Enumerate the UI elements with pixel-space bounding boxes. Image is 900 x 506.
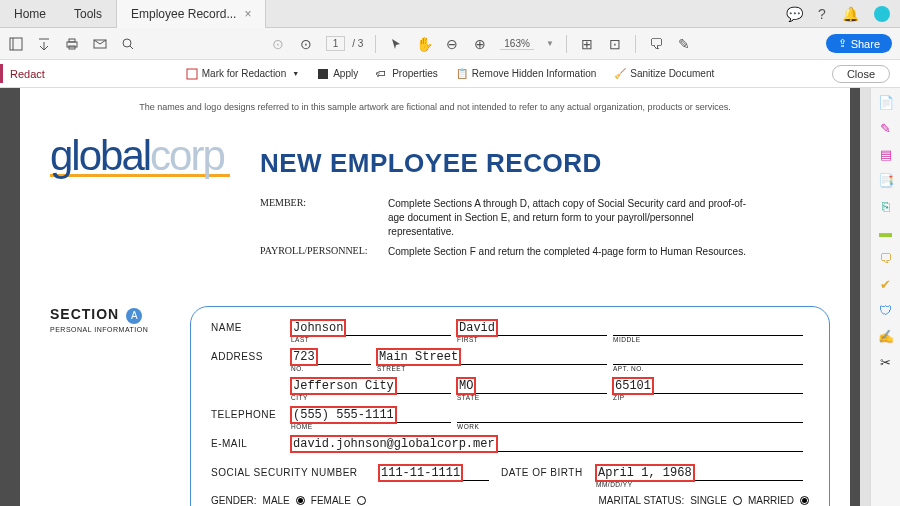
sidebar-icon[interactable]	[8, 36, 24, 52]
radio-male[interactable]	[296, 496, 305, 505]
member-label: MEMBER:	[260, 197, 388, 239]
dob-field[interactable]: April 1, 1968	[596, 465, 694, 481]
more-tools-icon[interactable]: ✂	[878, 354, 894, 370]
radio-female[interactable]	[357, 496, 366, 505]
props-icon: 🏷	[376, 68, 388, 80]
svg-rect-3	[69, 39, 75, 42]
redact-tool-icon[interactable]: ✍	[878, 328, 894, 344]
ssn-label: SOCIAL SECURITY NUMBER	[211, 467, 379, 481]
addr-no-field[interactable]: 723	[291, 349, 317, 365]
addr-street-field[interactable]: Main Street	[377, 349, 460, 365]
first-name-field[interactable]: David	[457, 320, 497, 336]
hand-icon[interactable]: ✋	[416, 36, 432, 52]
addr-zip-field[interactable]: 65101	[613, 378, 653, 394]
properties-button[interactable]: 🏷Properties	[376, 68, 438, 80]
organize-icon[interactable]: 📑	[878, 172, 894, 188]
top-tab-bar: Home Tools Employee Record... × 💬 ? 🔔	[0, 0, 900, 28]
name-label: NAME	[211, 322, 291, 336]
address-label: ADDRESS	[211, 351, 291, 365]
member-text: Complete Sections A through D, attach co…	[388, 197, 748, 239]
tab-document[interactable]: Employee Record... ×	[116, 0, 266, 28]
company-logo: globalcorp	[50, 132, 230, 180]
page-indicator: 1 / 3	[326, 38, 363, 49]
comment-tool-icon[interactable]: ▬	[878, 224, 894, 240]
share-label: Share	[851, 38, 880, 50]
mark-redaction-button[interactable]: Mark for Redaction▼	[186, 68, 299, 80]
section-header: SECTION A PERSONAL INFORMATION	[50, 306, 148, 333]
addr-city-field[interactable]: Jefferson City	[291, 378, 396, 394]
page-up-icon[interactable]: ⊙	[270, 36, 286, 52]
print-icon[interactable]	[64, 36, 80, 52]
phone-home-field[interactable]: (555) 555-1111	[291, 407, 396, 423]
page-current[interactable]: 1	[326, 36, 346, 51]
gender-label: GENDER:	[211, 495, 257, 506]
zoom-level[interactable]: 163%	[500, 38, 534, 50]
sanitize-button[interactable]: 🧹Sanitize Document	[614, 68, 714, 80]
zoom-out-icon[interactable]: ⊖	[444, 36, 460, 52]
scrollbar[interactable]	[860, 88, 870, 506]
chat-icon[interactable]: 💬	[780, 6, 808, 22]
mark-icon	[186, 68, 198, 80]
right-tools-rail: 📄 ✎ ▤ 📑 ⎘ ▬ 🗨 ✔ 🛡 ✍ ✂	[870, 88, 900, 506]
svg-point-6	[123, 39, 131, 47]
hidden-icon: 📋	[456, 68, 468, 80]
create-pdf-icon[interactable]: 📄	[878, 94, 894, 110]
document-viewport[interactable]: The names and logo designs referred to i…	[0, 88, 870, 506]
mail-icon[interactable]	[92, 36, 108, 52]
fit-page-icon[interactable]: ⊡	[607, 36, 623, 52]
share-button[interactable]: ⇪ Share	[826, 34, 892, 53]
svg-rect-9	[318, 69, 328, 79]
middle-name-field[interactable]	[613, 320, 617, 336]
page-down-icon[interactable]: ⊙	[298, 36, 314, 52]
highlight-icon[interactable]: ✎	[676, 36, 692, 52]
dob-label: DATE OF BIRTH	[501, 467, 596, 481]
svg-rect-8	[187, 69, 197, 79]
marital-label: MARITAL STATUS:	[598, 495, 684, 506]
pdf-page: The names and logo designs referred to i…	[20, 88, 850, 506]
combine-icon[interactable]: ⎘	[878, 198, 894, 214]
bell-icon[interactable]: 🔔	[836, 6, 864, 22]
phone-label: TELEPHONE	[211, 409, 291, 423]
comment-icon[interactable]: 🗨	[648, 36, 664, 52]
addr-apt-field[interactable]	[613, 349, 617, 365]
payroll-label: PAYROLL/PERSONNEL:	[260, 245, 388, 259]
addr-state-field[interactable]: MO	[457, 378, 475, 394]
svg-rect-0	[10, 38, 22, 50]
last-name-field[interactable]: Johnson	[291, 320, 345, 336]
payroll-text: Complete Section F and return the comple…	[388, 245, 748, 259]
fill-sign-icon[interactable]: 🗨	[878, 250, 894, 266]
zoom-in-icon[interactable]: ⊕	[472, 36, 488, 52]
protect-icon[interactable]: 🛡	[878, 302, 894, 318]
search-icon[interactable]	[120, 36, 136, 52]
form-section-a: NAME JohnsonLAST DavidFIRST MIDDLE ADDRE…	[190, 306, 830, 506]
redact-toolbar: Redact Mark for Redaction▼ Apply 🏷Proper…	[0, 60, 900, 88]
fit-width-icon[interactable]: ⊞	[579, 36, 595, 52]
radio-single[interactable]	[733, 496, 742, 505]
section-bubble: A	[126, 308, 142, 324]
email-field[interactable]: david.johnson@globalcorp.mer	[291, 436, 497, 452]
email-label: E-MAIL	[211, 438, 291, 452]
apply-icon	[317, 68, 329, 80]
user-avatar[interactable]	[874, 6, 890, 22]
export-icon[interactable]: ▤	[878, 146, 894, 162]
tab-document-label: Employee Record...	[131, 0, 236, 28]
tab-home[interactable]: Home	[0, 0, 60, 28]
ssn-field[interactable]: 111-11-1111	[379, 465, 462, 481]
share-icon: ⇪	[838, 37, 847, 50]
edit-pdf-icon[interactable]: ✎	[878, 120, 894, 136]
help-icon[interactable]: ?	[808, 6, 836, 22]
close-button[interactable]: Close	[832, 65, 890, 83]
tab-tools[interactable]: Tools	[60, 0, 116, 28]
main-area: The names and logo designs referred to i…	[0, 88, 900, 506]
disclaimer-text: The names and logo designs referred to i…	[50, 102, 820, 112]
save-icon[interactable]	[36, 36, 52, 52]
close-tab-icon[interactable]: ×	[244, 0, 251, 28]
redact-mode-label: Redact	[0, 60, 55, 87]
pointer-icon[interactable]	[388, 36, 404, 52]
remove-hidden-button[interactable]: 📋Remove Hidden Information	[456, 68, 597, 80]
stamp-icon[interactable]: ✔	[878, 276, 894, 292]
main-toolbar: ⊙ ⊙ 1 / 3 ✋ ⊖ ⊕ 163% ▼ ⊞ ⊡ 🗨 ✎ ⇪ Share	[0, 28, 900, 60]
radio-married[interactable]	[800, 496, 809, 505]
apply-button[interactable]: Apply	[317, 68, 358, 80]
phone-work-field[interactable]	[457, 407, 461, 423]
